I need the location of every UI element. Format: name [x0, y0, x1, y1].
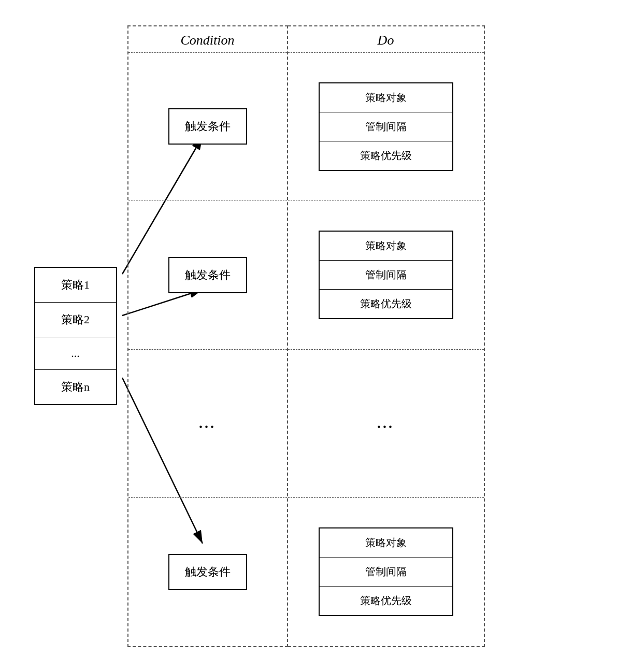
do-item-2-1: 策略对象	[320, 232, 452, 261]
do-rows: 策略对象 管制间隔 策略优先级 策略对象 管制间隔 策略优先级 ... 策略对象	[288, 52, 484, 646]
policy-list: 策略1 策略2 ... 策略n	[34, 267, 117, 405]
do-row-2: 策略对象 管制间隔 策略优先级	[288, 201, 484, 349]
trigger-condition-1: 触发条件	[168, 108, 247, 145]
do-item-2-2: 管制间隔	[320, 261, 452, 290]
policy-item-ellipsis: ...	[35, 337, 116, 370]
trigger-condition-2: 触发条件	[168, 257, 247, 293]
policy-list-column: 策略1 策略2 ... 策略n	[24, 25, 127, 647]
do-group-2: 策略对象 管制间隔 策略优先级	[319, 231, 453, 319]
do-column: Do 策略对象 管制间隔 策略优先级 策略对象 管制间隔 策略优先级	[288, 25, 485, 647]
do-row-1: 策略对象 管制间隔 策略优先级	[288, 52, 484, 201]
do-item-n-1: 策略对象	[320, 528, 452, 557]
do-item-2-3: 策略优先级	[320, 290, 452, 318]
do-item-n-2: 管制间隔	[320, 557, 452, 587]
do-group-1: 策略对象 管制间隔 策略优先级	[319, 82, 453, 171]
condition-row-2: 触发条件	[128, 201, 287, 349]
policy-item-1: 策略1	[35, 268, 116, 303]
do-item-1-1: 策略对象	[320, 83, 452, 112]
do-item-1-2: 管制间隔	[320, 112, 452, 141]
policy-item-n: 策略n	[35, 370, 116, 404]
condition-rows: 触发条件 触发条件 ... 触发条件	[128, 52, 287, 646]
condition-row-n: 触发条件	[128, 497, 287, 646]
do-header: Do	[288, 26, 484, 52]
do-item-n-3: 策略优先级	[320, 587, 452, 615]
diagram: 策略1 策略2 ... 策略n	[24, 25, 594, 647]
trigger-condition-n: 触发条件	[168, 554, 247, 590]
do-group-n: 策略对象 管制间隔 策略优先级	[319, 527, 453, 616]
do-row-n: 策略对象 管制间隔 策略优先级	[288, 497, 484, 646]
policy-item-2: 策略2	[35, 303, 116, 337]
do-item-1-3: 策略优先级	[320, 141, 452, 170]
condition-column: Condition 触发条件 触发条件 ... 触发条件	[127, 25, 288, 647]
do-row-ellipsis: ...	[288, 349, 484, 498]
condition-header: Condition	[128, 26, 287, 52]
condition-row-1: 触发条件	[128, 52, 287, 201]
condition-row-ellipsis: ...	[128, 349, 287, 498]
